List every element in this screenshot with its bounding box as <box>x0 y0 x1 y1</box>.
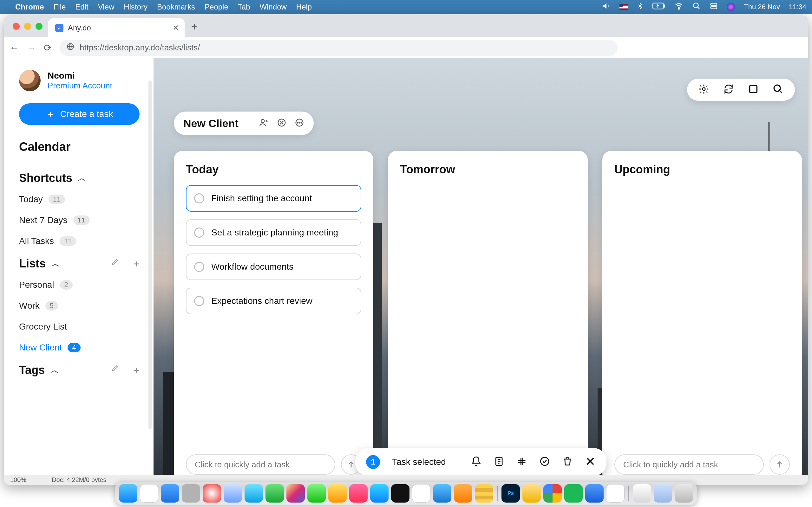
dock-chrome-icon[interactable] <box>543 484 562 503</box>
menubar-item[interactable]: People <box>205 3 229 11</box>
add-tag-icon[interactable]: ＋ <box>132 364 141 376</box>
menubar-item[interactable]: Help <box>296 3 312 11</box>
shortcuts-header[interactable]: Shortcuts ︿ <box>19 171 141 185</box>
dock-app-icon[interactable] <box>412 484 430 503</box>
window-minimize-button[interactable] <box>24 23 31 30</box>
more-icon[interactable] <box>295 118 304 129</box>
menubar-item[interactable]: Bookmarks <box>157 3 195 11</box>
back-button[interactable]: ← <box>9 43 19 53</box>
profile[interactable]: Neomi Premium Account <box>19 70 141 91</box>
lists-header[interactable]: Lists ︿ ＋ <box>19 257 141 270</box>
task-checkbox[interactable] <box>194 296 204 306</box>
new-tab-button[interactable]: ＋ <box>189 19 200 34</box>
scrollbar[interactable] <box>148 80 152 429</box>
dock-app-icon[interactable] <box>522 484 541 503</box>
tab-close-icon[interactable]: ✕ <box>172 23 179 32</box>
menubar-item[interactable]: Edit <box>75 3 88 11</box>
window-close-button[interactable] <box>13 23 20 30</box>
complete-icon[interactable] <box>539 456 550 468</box>
add-list-icon[interactable]: ＋ <box>132 258 141 270</box>
task-item[interactable]: Finish setting the account <box>186 185 361 212</box>
menubar-item[interactable]: Tab <box>238 3 250 11</box>
bluetooth-icon[interactable] <box>637 2 644 12</box>
menubar-item[interactable]: File <box>54 3 66 11</box>
menubar-item[interactable]: Window <box>259 3 287 11</box>
create-task-button[interactable]: ＋ Create a task <box>19 103 140 125</box>
dock-trash-icon[interactable] <box>675 484 693 503</box>
edit-tags-icon[interactable] <box>111 364 119 376</box>
window-maximize-button[interactable] <box>36 23 43 30</box>
input-flag-icon[interactable] <box>619 4 628 10</box>
dock-messages-icon[interactable] <box>307 484 326 503</box>
volume-icon[interactable] <box>602 2 611 12</box>
dock-downloads-icon[interactable] <box>633 484 651 503</box>
battery-icon[interactable] <box>653 3 665 11</box>
task-item[interactable]: Set a strategic planning meeting <box>186 219 361 246</box>
task-item[interactable]: Expectations chart review <box>186 288 361 314</box>
dock-spotify-icon[interactable] <box>564 484 583 503</box>
quick-add-input[interactable] <box>186 454 335 475</box>
user-plan[interactable]: Premium Account <box>48 81 112 91</box>
dock-finder-icon[interactable] <box>119 484 137 503</box>
menubar-app[interactable]: Chrome <box>15 3 44 11</box>
browser-tab[interactable]: ✓ Any.do ✕ <box>48 18 185 38</box>
dock-app-icon[interactable] <box>654 484 672 503</box>
edit-lists-icon[interactable] <box>111 258 119 270</box>
menubar-item[interactable]: History <box>124 3 148 11</box>
menubar-date[interactable]: Thu 26 Nov <box>744 3 780 11</box>
site-info-icon[interactable] <box>66 43 74 53</box>
spotlight-icon[interactable] <box>693 2 701 12</box>
delete-icon[interactable] <box>562 456 573 468</box>
close-icon[interactable] <box>585 456 596 468</box>
task-item[interactable]: Workflow documents <box>186 253 361 280</box>
list-new-client[interactable]: New Client 4 <box>19 343 141 353</box>
dock-app-icon[interactable] <box>475 484 493 503</box>
sync-icon[interactable] <box>723 83 734 96</box>
dock-appstore-icon[interactable] <box>370 484 389 503</box>
dock-facetime-icon[interactable] <box>265 484 284 503</box>
dock-app-icon[interactable] <box>433 484 451 503</box>
list-work[interactable]: Work 5 <box>19 301 141 311</box>
settings-icon[interactable] <box>699 83 709 96</box>
tag-icon[interactable] <box>516 456 527 468</box>
dock-photos-icon[interactable] <box>287 484 305 503</box>
dock-opera-icon[interactable] <box>203 484 221 503</box>
shortcut-today[interactable]: Today 11 <box>19 194 141 205</box>
task-checkbox[interactable] <box>194 262 204 272</box>
quick-add-submit[interactable] <box>769 454 790 475</box>
list-personal[interactable]: Personal 2 <box>19 280 141 290</box>
siri-icon[interactable] <box>727 3 735 11</box>
dock-launchpad-icon[interactable] <box>140 484 158 503</box>
share-icon[interactable] <box>259 118 269 129</box>
shortcut-next7[interactable]: Next 7 Days 11 <box>19 215 141 225</box>
dock-app-icon[interactable] <box>454 484 472 503</box>
dock-ibooks-icon[interactable] <box>328 484 347 503</box>
search-icon[interactable] <box>773 83 783 96</box>
forward-button[interactable]: → <box>27 43 36 53</box>
dock-app-icon[interactable] <box>585 484 604 503</box>
tags-header[interactable]: Tags ︿ ＋ <box>19 363 141 377</box>
wifi-icon[interactable] <box>674 2 683 12</box>
task-checkbox[interactable] <box>194 228 204 238</box>
shortcut-all[interactable]: All Tasks 11 <box>19 236 141 246</box>
dock-app-icon[interactable] <box>245 484 263 503</box>
reload-button[interactable]: ⟳ <box>44 42 52 53</box>
list-grocery[interactable]: Grocery List <box>19 322 141 332</box>
menubar-time[interactable]: 11:34 <box>789 3 806 11</box>
task-checkbox[interactable] <box>194 193 204 204</box>
dock-app-icon[interactable] <box>606 484 624 503</box>
dock-tv-icon[interactable] <box>391 484 409 503</box>
quick-add-input[interactable] <box>614 454 764 475</box>
control-center-icon[interactable] <box>710 2 718 12</box>
dock-settings-icon[interactable] <box>182 484 200 503</box>
notes-icon[interactable] <box>494 456 504 468</box>
reminder-icon[interactable] <box>471 456 481 468</box>
menubar-item[interactable]: View <box>98 3 114 11</box>
address-bar[interactable]: https://desktop.any.do/tasks/lists/ <box>59 40 618 56</box>
dock-music-icon[interactable] <box>349 484 368 503</box>
calendar-link[interactable]: Calendar <box>19 140 141 154</box>
dock-mail-icon[interactable] <box>223 484 242 503</box>
clear-icon[interactable] <box>277 118 287 129</box>
view-icon[interactable] <box>748 83 759 96</box>
dock-safari-icon[interactable] <box>161 484 179 503</box>
